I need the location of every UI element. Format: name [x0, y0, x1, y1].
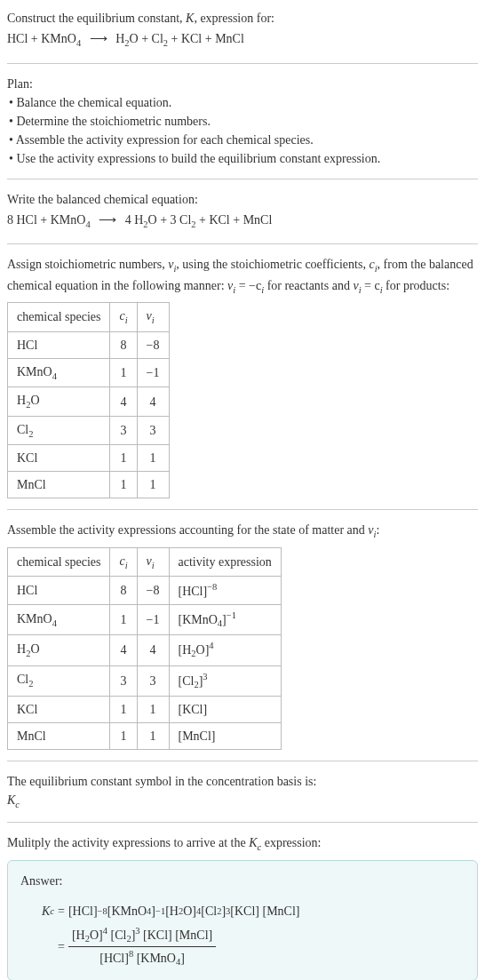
term: [KCl] [MnCl]	[230, 902, 299, 920]
bal-rhs-a: 4 H	[125, 213, 144, 227]
k: K	[249, 836, 257, 849]
rel2b: = c	[362, 279, 380, 292]
balanced-equation: 8 HCl + KMnO4 ⟶ 4 H2O + 3 Cl2 + KCl + Mn…	[7, 211, 478, 232]
table-header-row: chemical species ci νi activity expressi…	[8, 547, 282, 577]
sub: 4	[52, 371, 57, 381]
equals: =	[58, 902, 65, 920]
sub-4: 4	[76, 38, 81, 48]
denominator: [HCl]8 [KMnO4]	[96, 947, 188, 969]
eq-lhs: HCl + KMnO	[7, 32, 76, 45]
symbol-section: The equilibrium constant symbol in the c…	[7, 772, 478, 824]
table-row: Cl233	[8, 416, 170, 445]
arrow-icon: ⟶	[90, 32, 107, 45]
term: [Cl	[107, 928, 126, 941]
term: O]	[183, 902, 196, 920]
kc-line-1: Kc = [HCl]−8 [KMnO4]−1 [H2O]4 [Cl2]3 [KC…	[42, 899, 300, 924]
sub: 2	[28, 429, 33, 439]
rel1c: for reactants and	[264, 279, 353, 292]
sub-i: i	[152, 561, 155, 570]
cell-species: HCl	[8, 331, 110, 358]
act-base: [H	[179, 643, 192, 657]
activity-intro: Assemble the activity expressions accoun…	[7, 521, 478, 542]
mult-b: expression:	[261, 836, 321, 849]
sub-i: i	[125, 315, 128, 325]
stoich-section: Assign stoichiometric numbers, νi, using…	[7, 255, 478, 510]
sp: H	[17, 642, 26, 656]
bal-rhs-c: + KCl + MnCl	[196, 213, 273, 227]
term: [Cl	[201, 902, 217, 920]
bal-rhs-b: O + 3 Cl	[148, 213, 192, 227]
cell-nui: 3	[137, 416, 169, 445]
sp: Cl	[17, 673, 28, 686]
table-row: KCl11[KCl]	[8, 696, 282, 722]
cell-ci: 3	[110, 665, 137, 696]
table-row: KCl11	[8, 445, 170, 472]
table-row: KMnO41−1[KMnO4]−1	[8, 605, 282, 635]
sp: KCl	[17, 451, 37, 465]
prompt-line: Construct the equilibrium constant, K, e…	[7, 9, 478, 28]
cell-nui: 1	[137, 722, 169, 749]
term: [H	[165, 902, 179, 920]
activity-table: chemical species ci νi activity expressi…	[7, 547, 282, 750]
sub: 2	[28, 679, 33, 689]
cell-species: KCl	[8, 445, 110, 472]
sub-c: c	[15, 800, 20, 809]
cell-activity: [MnCl]	[169, 722, 281, 749]
eq-rhs-tail: + KCl + MnCl	[168, 32, 244, 45]
col-ci: ci	[110, 547, 137, 577]
multiply-section: Mulitply the activity expressions to arr…	[7, 833, 478, 980]
cell-ci: 8	[110, 331, 137, 358]
act-base: [HCl]	[179, 585, 208, 598]
cell-nui: 3	[137, 665, 169, 696]
cell-ci: 1	[110, 358, 137, 387]
multiply-intro: Mulitply the activity expressions to arr…	[7, 833, 478, 855]
rel1b: = −c	[235, 279, 261, 292]
symbol-intro: The equilibrium constant symbol in the c…	[7, 772, 478, 791]
arrow-icon: ⟶	[99, 213, 116, 227]
act-base: [KMnO	[179, 613, 218, 626]
term: ]	[180, 952, 185, 965]
cell-nui: 1	[137, 445, 169, 472]
cell-species: MnCl	[8, 472, 110, 498]
sp: Cl	[17, 423, 28, 436]
k: K	[42, 902, 50, 920]
col-ci: ci	[110, 303, 137, 332]
balanced-intro: Write the balanced chemical equation:	[7, 190, 478, 209]
cell-species: KMnO4	[8, 358, 110, 387]
table-row: H2O44	[8, 387, 170, 417]
cell-ci: 3	[110, 416, 137, 445]
sp-tail: O	[30, 642, 39, 656]
act-intro-a: Assemble the activity expressions accoun…	[7, 523, 368, 537]
sub: 4	[52, 618, 57, 628]
cell-ci: 1	[110, 605, 137, 635]
eq-rhs-o: O + Cl	[130, 32, 163, 45]
term: [HCl]	[68, 902, 98, 920]
cell-ci: 1	[110, 722, 137, 749]
act-sup: 4	[209, 641, 213, 650]
prompt-tail: , expression for:	[194, 12, 274, 25]
col-activity: activity expression	[169, 547, 281, 577]
cell-nui: 1	[137, 696, 169, 722]
act-base: [KCl]	[179, 703, 208, 716]
term: [H	[72, 928, 85, 941]
cell-ci: 1	[110, 445, 137, 472]
cell-species: MnCl	[8, 722, 110, 749]
equals: =	[58, 937, 65, 956]
prompt-k: K	[186, 12, 194, 25]
unbalanced-equation: HCl + KMnO4 ⟶ H2O + Cl2 + KCl + MnCl	[7, 29, 478, 51]
problem-header: Construct the equilibrium constant, K, e…	[7, 9, 478, 64]
sub: 4	[85, 219, 90, 228]
table-row: KMnO41−1	[8, 358, 170, 387]
act-sup: −1	[227, 610, 236, 620]
table-row: MnCl11[MnCl]	[8, 722, 282, 749]
term: [HCl]	[99, 952, 129, 965]
cell-nui: 4	[137, 635, 169, 665]
cell-species: HCl	[8, 577, 110, 605]
cell-activity: [H2O]4	[169, 635, 281, 665]
cell-species: Cl2	[8, 416, 110, 445]
term: O]	[90, 928, 103, 941]
cell-ci: 1	[110, 472, 137, 498]
term: [KMnO	[107, 902, 147, 920]
cell-nui: −8	[137, 577, 169, 605]
stoich-table: chemical species ci νi HCl8−8 KMnO41−1 H…	[7, 302, 170, 498]
